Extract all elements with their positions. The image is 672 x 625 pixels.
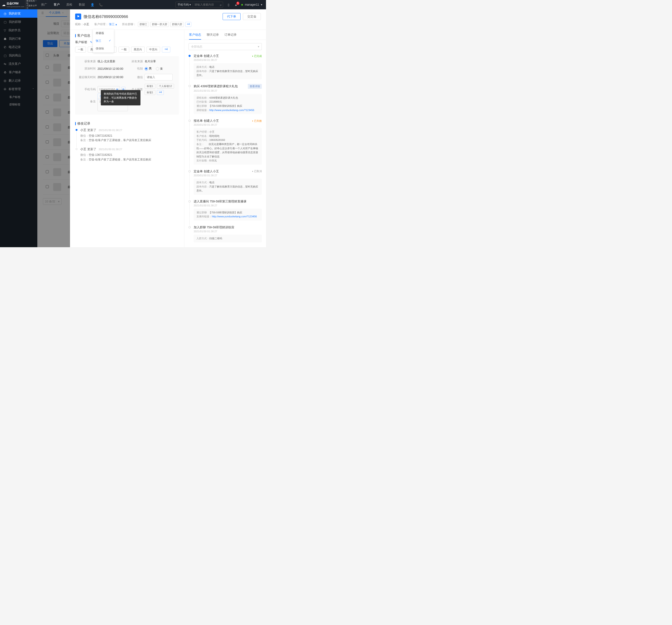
tag[interactable]: 一般 bbox=[119, 47, 129, 52]
dropdown-item[interactable]: 师馨薇 bbox=[93, 29, 114, 37]
logo-url: www.yunduocrm.com bbox=[6, 6, 24, 8]
search[interactable]: 手机号码 ▾ ⌕ bbox=[175, 2, 223, 8]
wechat-input[interactable] bbox=[145, 74, 173, 80]
sidebar-icon: ✆ bbox=[4, 46, 6, 49]
user-menu[interactable]: manager11 ▾ bbox=[241, 3, 262, 6]
timeline-item: 进入直播间 759-59班第三期理财直播课2021/01/30 01:38:27… bbox=[189, 199, 262, 221]
activity-filter[interactable]: 全部动态▾ bbox=[189, 43, 262, 50]
timeline-item: 定金单 创建人小王已完成2020/01/30 01:38:27跟单方式：电话跟单… bbox=[189, 54, 262, 79]
timeline-item: 报名单 创建人小王已失败2020/01/30 01:38:27客户经理：小王客户… bbox=[189, 119, 262, 165]
personal-tag[interactable]: 标签1 bbox=[145, 84, 155, 89]
sidebar-item[interactable]: ✇标签管理⌃ bbox=[0, 85, 37, 93]
activity-tab[interactable]: 订单记录 bbox=[224, 33, 237, 40]
sidebar-icon: ▽ bbox=[4, 29, 6, 32]
group-chip[interactable]: 群聊三 bbox=[138, 22, 149, 27]
customer-icon: ⚑ bbox=[75, 14, 81, 20]
manager-select[interactable]: 张三 ▴ bbox=[109, 23, 117, 26]
sidebar-item[interactable]: ▽我的学员 bbox=[0, 26, 37, 34]
username: manager11 bbox=[245, 3, 259, 6]
notif-badge: 5 bbox=[236, 2, 240, 5]
topbar: ☁ 云朵CRM www.yunduocrm.com 教育机构一站式服务云平台 推… bbox=[0, 0, 266, 9]
ptag-more[interactable]: +4 bbox=[157, 90, 164, 95]
search-input[interactable] bbox=[193, 3, 219, 6]
sidebar-subitem[interactable]: 客户标签 bbox=[0, 93, 37, 101]
deposit-button[interactable]: 交定金 bbox=[243, 13, 261, 20]
topnav: 推广客户质检数据 bbox=[37, 3, 85, 7]
dropdown-item[interactable]: 张三✓ bbox=[93, 37, 114, 45]
customer-name: 微信名称6789990000966 bbox=[83, 14, 128, 19]
info-grid: 获客来源 线上-北京昱新 好友来源 名片分享 添加时间 2021/09/10 1… bbox=[75, 56, 179, 115]
sidebar-icon: ☗ bbox=[4, 37, 6, 41]
personal-tag[interactable]: 个人标签12 bbox=[157, 84, 174, 89]
sidebar-icon: ⇆ bbox=[4, 62, 6, 66]
sidebar-item[interactable]: ♻客户继承 bbox=[0, 68, 37, 76]
topnav-icon[interactable]: 👤 bbox=[91, 3, 94, 6]
topnav-item[interactable]: 质检 bbox=[66, 3, 72, 7]
status-dot-icon bbox=[241, 4, 243, 6]
logo: ☁ 云朵CRM www.yunduocrm.com 教育机构一站式服务云平台 bbox=[0, 0, 37, 9]
timeline-item: 加入群聊 759-59班理财训练营2021/01/30 01:38:27入群方式… bbox=[189, 225, 262, 243]
sidebar-item[interactable]: ◷我的好友 bbox=[0, 9, 37, 18]
group-more[interactable]: +4 bbox=[185, 22, 192, 27]
search-type[interactable]: 手机号码 ▾ bbox=[176, 3, 193, 7]
gender-radio[interactable]: 男 女 bbox=[145, 67, 175, 71]
history-item: 小王 更新了2021/01/30 01:38:27微信：空值-136721828… bbox=[75, 147, 179, 161]
section-title: 客户信息 bbox=[77, 33, 90, 38]
topnav-icon[interactable]: 📞 bbox=[99, 3, 103, 6]
logo-brand: 云朵CRM bbox=[6, 2, 24, 6]
sidebar-icon: ▢ bbox=[4, 54, 6, 57]
bell-icon[interactable]: ▲5 bbox=[234, 3, 238, 6]
cloud-icon: ☁ bbox=[2, 3, 6, 7]
sidebar-item[interactable]: ☗我的订单 bbox=[0, 34, 37, 43]
sidebar-item[interactable]: ✆电话记录 bbox=[0, 43, 37, 51]
phone-tooltip: 查询到此手机号码在系统中已存在，可以将两条客户数据合并为一条 bbox=[101, 90, 141, 105]
group-chip[interactable]: 群聊六群 bbox=[170, 22, 184, 27]
sidebar-icon: ✇ bbox=[4, 88, 6, 91]
sidebar-icon: ♻ bbox=[4, 71, 6, 74]
topnav-item[interactable]: 推广 bbox=[41, 3, 47, 7]
sidebar-item[interactable]: ⊟删人记录 bbox=[0, 76, 37, 85]
view-detail[interactable]: 查看详情 bbox=[248, 84, 262, 89]
timeline-item: 购买 4399理财课进阶课程大礼包查看详情2021/01/30 01:38:27… bbox=[189, 84, 262, 114]
timeline-item: 定金单 创建人小王已取消2020/01/30 01:38:27跟单方式：电话跟单… bbox=[189, 169, 262, 195]
manager-dropdown: 师馨薇张三✓俣保咏 bbox=[93, 29, 114, 52]
mobile-icon[interactable]: ▯ bbox=[226, 3, 231, 6]
sidebar-item[interactable]: ▢我的群聊 bbox=[0, 18, 37, 26]
link[interactable]: http://www.yunduoketang.com/?123456 bbox=[212, 215, 257, 218]
section-title: 修改记录 bbox=[77, 122, 90, 126]
topnav-item[interactable]: 数据 bbox=[79, 3, 85, 7]
search-icon[interactable]: ⌕ bbox=[219, 3, 223, 6]
sidebar-icon: ⊟ bbox=[4, 79, 6, 82]
tag[interactable]: 高意向 bbox=[131, 47, 145, 52]
activity-tab[interactable]: 客户动态 bbox=[189, 33, 201, 40]
tags-label: 客户标签 bbox=[75, 40, 87, 44]
sidebar-icon: ▢ bbox=[4, 20, 6, 24]
tag[interactable]: 中意向 bbox=[146, 47, 160, 52]
topnav-item[interactable]: 客户 bbox=[54, 3, 60, 7]
customer-panel: ⚑ 微信名称6789990000966 代下单 交定金 昵称：小王 客户经理： … bbox=[70, 9, 266, 247]
sidebar-item[interactable]: ⇆流失客户 bbox=[0, 60, 37, 68]
tag[interactable]: 一般 bbox=[75, 47, 86, 52]
tag-more[interactable]: +4 bbox=[162, 47, 170, 52]
sidebar-item[interactable]: ▢我的商品 bbox=[0, 51, 37, 60]
dropdown-item[interactable]: 俣保咏 bbox=[93, 45, 114, 52]
sidebar-subitem[interactable]: 群聊标签 bbox=[0, 101, 37, 108]
edit-tags-icon[interactable]: ✎ bbox=[90, 41, 92, 44]
activity-tab[interactable]: 聊天记录 bbox=[207, 33, 219, 40]
place-order-button[interactable]: 代下单 bbox=[223, 13, 241, 20]
personal-tag[interactable]: 标签1 bbox=[145, 90, 155, 95]
link[interactable]: http://www.yunduoketang.com/?123456 bbox=[209, 109, 254, 111]
sidebar-icon: ◷ bbox=[4, 12, 6, 16]
history-item: 小王 更新了2021/01/30 01:38:27微信：空值-136721828… bbox=[75, 128, 179, 143]
sidebar: ◷我的好友▢我的群聊▽我的学员☗我的订单✆电话记录▢我的商品⇆流失客户♻客户继承… bbox=[0, 9, 37, 247]
caret-down-icon: ▾ bbox=[261, 3, 262, 6]
group-chip[interactable]: 群聊一群大群 bbox=[150, 22, 169, 27]
